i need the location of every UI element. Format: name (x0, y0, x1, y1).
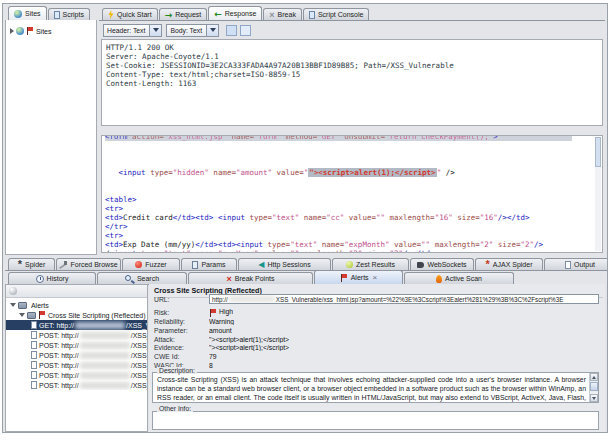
scrollbar-thumb[interactable] (590, 382, 598, 391)
alert-item[interactable]: POST: http:///XSS_V (6, 340, 147, 350)
tab-history[interactable]: History (8, 272, 96, 284)
arrow-left-icon (214, 10, 222, 18)
tab-request[interactable]: Request (159, 8, 208, 20)
tab-label: Sites (25, 10, 41, 17)
tab-label: Forced Browse (70, 261, 117, 268)
response-header-text: HTTP/1.1 200 OK Server: Apache-Coyote/1.… (106, 43, 602, 88)
work-tabbar: Quick Start Request Response Break Scrip… (99, 6, 605, 21)
tab-label: Params (201, 261, 225, 268)
tab-break[interactable]: Break (263, 8, 302, 20)
code-line: <table> (105, 195, 602, 204)
alerts-root-node[interactable]: Alerts (6, 300, 147, 310)
code-line: </tr> (105, 222, 602, 231)
alert-flag-icon (26, 27, 34, 35)
tab-label: History (47, 275, 69, 282)
response-header-pane[interactable]: HTTP/1.1 200 OK Server: Apache-Coyote/1.… (101, 39, 603, 126)
scroll-down-icon[interactable] (590, 394, 598, 402)
node-label: Cross Site Scripting (Reflected) (7) (48, 312, 147, 319)
collapse-arrow-icon[interactable] (10, 303, 16, 307)
code-line (105, 141, 602, 150)
tab-fuzzer[interactable]: Fuzzer (122, 258, 180, 270)
code-line: <td>Exp Date (mm/yy)</td><td><input type… (105, 240, 602, 249)
chevron-down-icon[interactable] (206, 25, 218, 36)
code-line: <tr> (105, 204, 602, 213)
tab-label: Break Points (235, 275, 275, 282)
tab-output[interactable]: Output (544, 258, 607, 270)
description-scrollbar[interactable] (589, 373, 598, 402)
risk-value: High (219, 308, 233, 315)
syntax-highlight-toggle-button[interactable] (226, 25, 237, 36)
tab-alerts[interactable]: Alerts× (314, 270, 403, 284)
body-view-combo[interactable]: Body: Text (166, 24, 219, 37)
redacted-host (80, 372, 130, 379)
chevron-down-icon[interactable] (149, 25, 161, 36)
other-info-textarea[interactable] (152, 411, 599, 430)
word-wrap-toggle-button[interactable] (240, 25, 251, 36)
parameter-value: amount (209, 327, 232, 334)
code-line: <tr> (105, 231, 602, 240)
lightning-icon (108, 10, 114, 19)
tab-spider[interactable]: Spider (8, 258, 55, 270)
alert-item[interactable]: POST: http:///XSS_V (6, 380, 147, 390)
header-view-combo[interactable]: Header: Text (103, 24, 162, 37)
alert-item[interactable]: POST: http:///XSS_V (6, 360, 147, 370)
code-line (105, 177, 602, 186)
tab-search[interactable]: Search (97, 272, 187, 284)
tab-script-console[interactable]: Script Console (303, 8, 370, 20)
tab-websockets[interactable]: WebSockets (410, 258, 474, 270)
wasc-value: 8 (209, 362, 213, 369)
output-icon (565, 261, 571, 269)
scrollbar-thumb[interactable] (595, 137, 601, 167)
history-icon (36, 275, 44, 283)
url-prefix: http:// (212, 296, 228, 303)
active-scan-icon (436, 275, 442, 283)
description-text: Cross-site Scripting (XSS) is an attack … (157, 375, 586, 403)
tab-ajax-spider[interactable]: AJAX Spider (475, 258, 543, 270)
alerts-tab-content: Alerts Cross Site Scripting (Reflected) … (5, 284, 605, 432)
response-body-pane[interactable]: <form action="xss_html.jsp" name="form" … (101, 135, 603, 253)
close-icon[interactable]: × (373, 274, 378, 282)
ajax-spider-icon (486, 260, 490, 269)
attack-value: "><script>alert(1);</script> (209, 336, 289, 343)
description-box[interactable]: Cross-site Scripting (XSS) is an attack … (152, 372, 599, 403)
tab-quick-start[interactable]: Quick Start (102, 8, 158, 20)
alert-detail-panel: Cross Site Scripting (Reflected) URL: ht… (149, 284, 605, 432)
alert-items: GET: http:///XSS_VPOST: http:///XSS_VPOS… (6, 320, 147, 390)
forced-browse-icon (59, 261, 67, 269)
redacted-host (80, 332, 130, 339)
tab-break-points[interactable]: Break Points (188, 272, 313, 284)
fuzzer-icon (135, 261, 142, 268)
reliability-row: Reliability: Warning (154, 317, 601, 326)
attack-label: Attack: (154, 336, 209, 343)
vertical-scrollbar[interactable] (595, 137, 601, 251)
risk-flag-icon (209, 309, 217, 317)
alert-item[interactable]: POST: http:///XSS_V (6, 330, 147, 340)
alert-item[interactable]: GET: http:///XSS_V (6, 320, 147, 330)
tab-zest-results[interactable]: Zest Results (332, 258, 409, 270)
alerts-filter-icon[interactable] (9, 287, 17, 295)
expand-arrow-icon[interactable] (10, 28, 14, 34)
tab-forced-browse[interactable]: Forced Browse (56, 258, 121, 270)
tab-response[interactable]: Response (208, 6, 262, 20)
script-icon (309, 11, 315, 19)
redacted-host (229, 296, 275, 302)
tab-label: Output (574, 261, 595, 268)
tab-label: Scripts (63, 11, 84, 18)
tab-label: Script Console (318, 11, 364, 18)
tab-params[interactable]: Params (181, 258, 237, 270)
bottom-tabbar-row1: Spider Forced Browse Fuzzer Params Http … (5, 256, 607, 271)
node-label: Alerts (31, 302, 49, 309)
tab-http-sessions[interactable]: Http Sessions (238, 258, 331, 270)
alert-group-node[interactable]: Cross Site Scripting (Reflected) (7) (6, 310, 147, 320)
url-field[interactable]: http:// XSS_Vulnerable/xss_html.jsp?amou… (209, 294, 599, 304)
scroll-up-icon[interactable] (590, 373, 598, 381)
page: { "sites_panel": { "tabs": [ {"label": "… (0, 0, 612, 440)
sites-root-node[interactable]: Sites (6, 26, 96, 36)
tab-active-scan[interactable]: Active Scan (404, 272, 514, 284)
collapse-arrow-icon[interactable] (19, 313, 25, 317)
tab-scripts[interactable]: Scripts (48, 8, 90, 20)
tab-sites[interactable]: Sites (8, 6, 47, 20)
alert-item[interactable]: POST: http:///XSS_V (6, 350, 147, 360)
alert-item[interactable]: POST: http:///XSS_V (6, 370, 147, 380)
other-info-label: Other Info: (157, 405, 193, 412)
